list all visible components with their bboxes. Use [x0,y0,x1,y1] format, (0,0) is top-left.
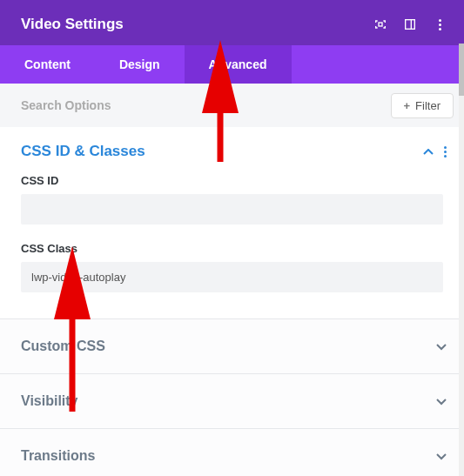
expand-icon[interactable] [373,17,387,31]
filter-label: Filter [415,99,440,112]
section-controls [423,144,447,159]
more-icon[interactable] [433,17,447,31]
panel-content: CSS ID & Classes CSS ID CSS Class Custom… [0,127,464,476]
section-css-id-classes-head[interactable]: CSS ID & Classes [0,127,464,171]
panel-icon[interactable] [403,17,417,31]
scrollbar-thumb[interactable] [459,44,464,96]
chevron-up-icon[interactable] [423,144,434,159]
tab-advanced[interactable]: Advanced [185,45,292,84]
field-css-id: CSS ID [0,171,464,238]
section-custom-css[interactable]: Custom CSS [0,318,464,373]
chevron-down-icon[interactable] [436,393,447,409]
settings-header: Video Settings [0,0,464,45]
section-title-css: CSS ID & Classes [21,143,145,160]
section-more-icon[interactable] [444,146,447,158]
section-title-transitions: Transitions [21,448,95,464]
tab-design[interactable]: Design [95,45,185,84]
field-css-class: CSS Class [0,238,464,306]
search-input[interactable] [21,98,391,112]
header-icons [373,17,447,31]
section-title-visibility: Visibility [21,393,78,409]
svg-rect-1 [406,20,415,30]
section-visibility[interactable]: Visibility [0,373,464,428]
chevron-down-icon[interactable] [436,448,447,464]
scrollbar[interactable] [459,44,464,476]
svg-rect-0 [379,23,382,26]
tab-content[interactable]: Content [0,45,95,84]
plus-icon: + [404,99,411,112]
tabs: Content Design Advanced [0,45,464,84]
css-id-input[interactable] [21,194,443,225]
section-title-customcss: Custom CSS [21,339,105,354]
section-transitions[interactable]: Transitions [0,428,464,476]
header-title: Video Settings [21,16,124,33]
search-row: + Filter [0,84,464,127]
css-id-label: CSS ID [21,174,443,187]
chevron-down-icon[interactable] [436,339,447,354]
css-class-input[interactable] [21,262,443,292]
filter-button[interactable]: + Filter [391,93,454,118]
css-class-label: CSS Class [21,242,443,255]
